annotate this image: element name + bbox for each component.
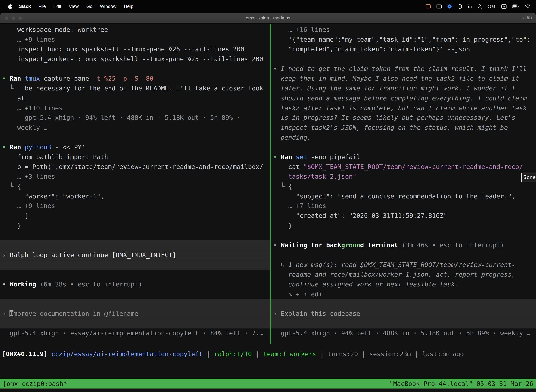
terminal-line: "completed","claim_token":"claim-token"}… (273, 44, 536, 54)
terminal-line (0, 319, 270, 329)
terminal-line: • Ran tmux capture-pane -t %25 -p -S -80 (2, 74, 270, 84)
pane-status-line: gpt-5.4 xhigh · essay/ai-reimplementatio… (2, 329, 270, 338)
tmux-status-bar: [omx-cczip0:bash* "MacBook-Pro-44.local"… (0, 379, 536, 388)
person-icon[interactable] (478, 4, 482, 9)
minimize-button[interactable] (11, 16, 15, 20)
pane-status-line: gpt-5.4 xhigh · 94% left · 488K in · 5.1… (273, 329, 536, 338)
terminal-line: … +9 lines (2, 35, 270, 45)
prompt-input[interactable]: › Improve documentation in @filename (0, 309, 270, 319)
terminal-line: "worker": "worker-1", (2, 191, 270, 201)
zoom-button[interactable] (18, 16, 22, 20)
terminal-content: workspace_mode: worktree … +9 lines insp… (0, 23, 536, 392)
apple-icon (8, 4, 12, 9)
menu-bar-left: Slack FileEditViewGoWindowHelp (5, 4, 137, 9)
terminal-line: workspace_mode: worktree (2, 25, 270, 35)
terminal-line: ] (2, 211, 270, 221)
terminal-line (2, 231, 270, 240)
menu-item-window[interactable]: Window (96, 4, 120, 9)
dots-grid-icon[interactable] (468, 4, 472, 9)
terminal-line: … +16 lines (273, 25, 536, 35)
terminal-line: └ be necessary for the end of the README… (2, 84, 270, 93)
terminal-line: } (273, 221, 536, 231)
terminal-line: later. Using the same for transition mig… (273, 84, 536, 93)
terminal-line (271, 299, 536, 309)
window-shortcut-hint: ⌥⌘1 (521, 15, 533, 20)
terminal-line: ↳ 1 new msg(s): read $OMX_TEAM_STATE_ROO… (273, 260, 536, 270)
screen-tooltip: Scre (521, 173, 536, 182)
terminal-line: inspect task2's JSON, focusing on the st… (273, 123, 536, 133)
terminal-line: └ { (273, 182, 536, 191)
menu-item-view[interactable]: View (65, 4, 82, 9)
tmux-pane-right[interactable]: … +16 lines '{"team_name":"my-team","tas… (271, 23, 536, 344)
terminal-line: cat "$OMX_TEAM_STATE_ROOT/team/review-cu… (273, 162, 536, 172)
gauge-value: 61 (492, 5, 496, 9)
terminal-line (273, 142, 536, 152)
ralph-loop-status: › Ralph loop active continue [OMX_TMUX_I… (0, 250, 270, 260)
screen: Slack FileEditViewGoWindowHelp (0, 0, 536, 392)
terminal-line: … +3 lines (2, 172, 270, 182)
tmux-session-window: [omx-cczip0:bash* (3, 379, 67, 388)
menu-bar-status-area: 61 A (426, 4, 531, 9)
terminal-line (273, 54, 536, 64)
terminal-line (271, 319, 536, 329)
terminal-line: at (2, 93, 270, 103)
app-menu-slack[interactable]: Slack (15, 4, 35, 9)
terminal-line: ⌥ + ↑ edit (273, 289, 536, 299)
terminal-line: is in progress? It seems likely but perh… (273, 113, 536, 123)
terminal-line: weekly … (2, 123, 270, 133)
terminal-line: inspect_hud: omx sparkshell --tmux-pane … (2, 44, 270, 54)
clock-icon[interactable] (457, 4, 462, 9)
terminal-line (2, 64, 270, 74)
terminal-line: … +9 lines (2, 201, 270, 211)
terminal-line (2, 270, 270, 280)
menu-bar: Slack FileEditViewGoWindowHelp (0, 0, 536, 13)
terminal-line: from pathlib import Path (2, 152, 270, 162)
table-grid-icon[interactable] (436, 4, 442, 8)
terminal-line: • Ran set -euo pipefail (273, 152, 536, 162)
terminal-line: └ { (2, 182, 270, 191)
window-title: omx --xhigh --madmax (246, 15, 290, 20)
terminal-line (2, 133, 270, 142)
terminal-line: } (2, 221, 270, 231)
menu-item-go[interactable]: Go (82, 4, 96, 9)
waiting-status: • Waiting for background terminal (3m 46… (273, 240, 536, 250)
terminal-line: … +110 lines (2, 103, 270, 113)
tmux-host-clock: "MacBook-Pro-44.local" 05:03 31-Mar-26 (389, 379, 533, 388)
terminal-line (0, 260, 270, 270)
tmux-pane-left[interactable]: workspace_mode: worktree … +9 lines insp… (0, 23, 270, 344)
menu-item-file[interactable]: File (35, 4, 50, 9)
terminal-line (0, 299, 270, 309)
close-button[interactable] (5, 16, 9, 20)
screen-recording-icon[interactable] (426, 4, 431, 9)
terminal-line: tasks/task-2.json" (273, 172, 536, 182)
terminal-line: continue assigned work or next feasible … (273, 280, 536, 289)
menu-item-edit[interactable]: Edit (50, 4, 65, 9)
terminal-line: "created_at": "2026-03-31T11:59:27.816Z" (273, 211, 536, 221)
traffic-lights (5, 13, 22, 23)
terminal-line: task2 after task1 is complete, but can I… (273, 103, 536, 113)
input-source-icon[interactable]: A (501, 4, 507, 9)
terminal-line: • I need to get the claim token from the… (273, 64, 536, 74)
blue-app-icon[interactable] (447, 4, 452, 9)
terminal-line: should send a message before completing … (273, 93, 536, 103)
terminal-window: omx --xhigh --madmax ⌥⌘1 workspace_mode:… (0, 13, 536, 392)
menu-item-help[interactable]: Help (120, 4, 137, 9)
window-titlebar[interactable]: omx --xhigh --madmax ⌥⌘1 (0, 13, 536, 23)
gauge-icon[interactable]: 61 (488, 4, 496, 9)
terminal-line (0, 240, 270, 250)
terminal-line: '{"team_name":"my-team","task_id":"1","f… (273, 35, 536, 45)
prompt-input[interactable]: › Explain this codebase (271, 309, 536, 319)
terminal-line: p = Path('.omx/state/team/review-current… (2, 162, 270, 172)
menu-items: FileEditViewGoWindowHelp (35, 4, 137, 9)
terminal-line: … +7 lines (273, 201, 536, 211)
input-source-letter: A (503, 5, 505, 8)
wifi-icon[interactable] (525, 4, 531, 9)
terminal-line: keep that in mind. Maybe I also need the… (273, 74, 536, 84)
terminal-line (273, 231, 536, 240)
terminal-line (273, 250, 536, 260)
omx-status-line: [OMX#0.11.9] cczip/essay/ai-reimplementa… (2, 349, 464, 359)
terminal-line: readme-and-reco/mailbox/worker-1.json, a… (273, 270, 536, 280)
apple-menu[interactable] (5, 4, 15, 9)
terminal-line: • Ran python3 - <<'PY' (2, 142, 270, 152)
battery-icon[interactable] (512, 5, 519, 8)
